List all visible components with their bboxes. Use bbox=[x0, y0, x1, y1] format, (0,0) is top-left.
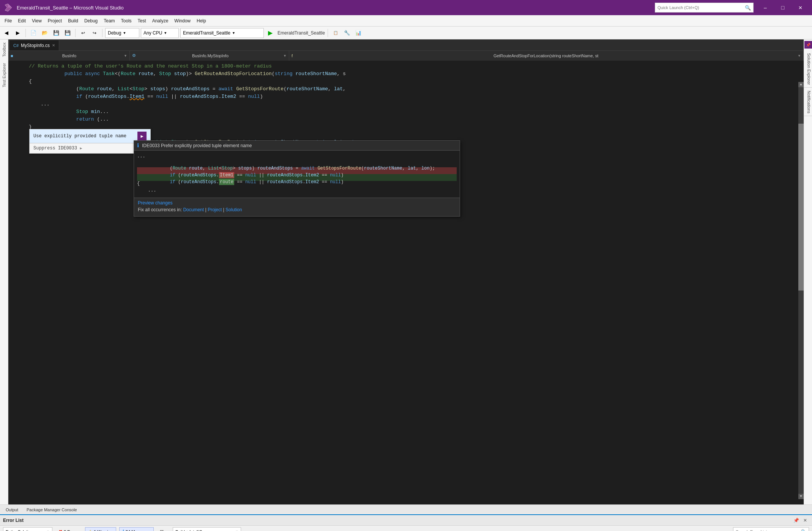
fix-document-link[interactable]: Document bbox=[183, 207, 204, 212]
close-button[interactable]: ✕ bbox=[792, 0, 809, 15]
lightbulb-expand-arrow[interactable]: ▶ bbox=[137, 132, 147, 141]
solution-explorer-button[interactable]: 📋 bbox=[331, 28, 341, 38]
preview-changes-link[interactable]: Preview changes bbox=[138, 200, 172, 206]
build-filter-dropdown[interactable]: Build + IntelliSense ▼ bbox=[173, 527, 241, 531]
window-title: EmeraldTransit_Seattle – Microsoft Visua… bbox=[17, 5, 655, 11]
funnel-icon: ▽ bbox=[160, 529, 163, 531]
redo-button[interactable]: ↪ bbox=[90, 28, 99, 38]
error-list-panel: Error List 📌 ✕ Entire Solution ▼ ✖ 0 Err… bbox=[0, 514, 812, 531]
error-search-box[interactable]: 🔍 bbox=[733, 527, 809, 531]
preview-footer: Preview changes Fix all occurrences in: … bbox=[134, 198, 460, 216]
error-search-input[interactable] bbox=[736, 529, 801, 531]
fix-project-link[interactable]: Project bbox=[208, 207, 222, 212]
fix-solution-link[interactable]: Solution bbox=[225, 207, 242, 212]
chevron-down-icon-5: ▼ bbox=[283, 54, 287, 58]
close-error-list-button[interactable]: ✕ bbox=[801, 517, 809, 524]
window-controls: – □ ✕ bbox=[757, 0, 809, 15]
solution-explorer-panel-tab[interactable]: Solution Explorer bbox=[804, 51, 812, 88]
back-button[interactable]: ◀ bbox=[2, 28, 11, 38]
method-dropdown-label: GetRouteAndStopForLocation(string routeS… bbox=[494, 53, 598, 58]
member-dropdown-label: BusInfo.MyStopInfo bbox=[192, 53, 229, 58]
menu-debug[interactable]: Debug bbox=[81, 17, 101, 25]
toolbar-btn-5[interactable]: 🔧 bbox=[342, 28, 352, 38]
tab-close-button[interactable]: ✕ bbox=[52, 43, 55, 47]
error-icon: ✖ bbox=[59, 529, 62, 531]
scroll-up-button[interactable]: ▲ bbox=[798, 82, 804, 87]
tab-mystopinfo[interactable]: C# MyStopInfo.cs ✕ bbox=[9, 40, 59, 50]
filter-button[interactable]: ▽ bbox=[157, 527, 167, 531]
errors-count-label: 0 Errors bbox=[64, 529, 79, 531]
menu-tools[interactable]: Tools bbox=[118, 17, 135, 25]
nav-dropdowns: ■ BusInfo ▼ ⚙ BusInfo.MyStopInfo ▼ f Get… bbox=[8, 51, 804, 61]
menu-build[interactable]: Build bbox=[65, 17, 81, 25]
new-file-button[interactable]: 📄 bbox=[28, 28, 38, 38]
code-editor-container[interactable]: C# MyStopInfo.cs ✕ ■ BusInfo ▼ ⚙ BusInfo… bbox=[8, 39, 804, 504]
open-file-button[interactable]: 📂 bbox=[40, 28, 50, 38]
suppress-arrow-icon: ▶ bbox=[80, 146, 82, 151]
lightbulb-main-action[interactable]: Use explicitly provided tuple name ▶ bbox=[30, 129, 150, 143]
messages-filter-button[interactable]: ℹ 34 Messages bbox=[119, 527, 154, 531]
quick-launch-box[interactable]: 🔍 bbox=[655, 3, 754, 13]
output-tab[interactable]: Output bbox=[2, 506, 22, 514]
undo-button[interactable]: ↩ bbox=[78, 28, 88, 38]
preview-footer-fix: Fix all occurrences in: Document | Proje… bbox=[138, 207, 456, 212]
menu-team[interactable]: Team bbox=[101, 17, 118, 25]
lightbulb-action-label: Use explicitly provided tuple name bbox=[33, 134, 126, 139]
menu-window[interactable]: Window bbox=[171, 17, 194, 25]
toolbox-tab[interactable]: Toolbox bbox=[1, 39, 7, 60]
code-editor[interactable]: // Returns a tuple of the user's Route a… bbox=[8, 61, 804, 504]
test-explorer-tab[interactable]: Test Explorer bbox=[1, 60, 7, 90]
scroll-down-button[interactable]: ▼ bbox=[798, 494, 804, 499]
menu-file[interactable]: File bbox=[2, 17, 15, 25]
chevron-down-icon-4: ▼ bbox=[124, 54, 127, 58]
scroll-thumb[interactable] bbox=[798, 124, 804, 291]
menu-view[interactable]: View bbox=[29, 17, 45, 25]
notifications-panel-tab[interactable]: Notifications bbox=[804, 88, 812, 116]
preview-line-2: (Route route, List<Stop> stops) routeAnd… bbox=[137, 160, 457, 167]
debug-config-dropdown[interactable]: Debug ▼ bbox=[105, 28, 139, 38]
run-button[interactable]: ▶ bbox=[265, 28, 275, 38]
class-dropdown-icon: ■ bbox=[11, 53, 13, 58]
preview-title: IDE0033 Prefer explicitly provided tuple… bbox=[142, 143, 252, 148]
arrow-right-icon: ▶ bbox=[140, 134, 143, 139]
error-filter-bar: Entire Solution ▼ ✖ 0 Errors ⚠ 1 Warning… bbox=[0, 526, 812, 531]
toolbar-sep-2 bbox=[75, 29, 76, 37]
tab-bar: C# MyStopInfo.cs ✕ bbox=[8, 39, 804, 51]
errors-filter-button[interactable]: ✖ 0 Errors bbox=[55, 527, 82, 531]
project-label: EmeraldTransit_Seattle bbox=[183, 30, 230, 36]
method-dropdown[interactable]: f GetRouteAndStopForLocation(string rout… bbox=[289, 51, 804, 61]
member-dropdown[interactable]: ⚙ BusInfo.MyStopInfo ▼ bbox=[130, 51, 289, 61]
minimize-button[interactable]: – bbox=[757, 0, 774, 15]
lightbulb-sub-action[interactable]: Suppress IDE0033 ▶ bbox=[30, 143, 150, 153]
pin-icon[interactable]: 📌 bbox=[804, 41, 812, 49]
class-dropdown-label: BusInfo bbox=[62, 53, 76, 58]
warnings-filter-button[interactable]: ⚠ 1 Warning bbox=[85, 527, 116, 531]
menu-help[interactable]: Help bbox=[194, 17, 209, 25]
left-sidebar: Toolbox Test Explorer bbox=[0, 39, 8, 504]
method-dropdown-icon: f bbox=[292, 53, 293, 58]
suppress-label: Suppress IDE0033 bbox=[33, 146, 77, 151]
platform-label: Any CPU bbox=[143, 30, 162, 36]
save-all-button[interactable]: 💾 bbox=[63, 28, 73, 38]
platform-dropdown[interactable]: Any CPU ▼ bbox=[141, 28, 179, 38]
toolbar-sep-3 bbox=[102, 29, 102, 37]
code-vertical-scrollbar[interactable]: ▲ ▼ bbox=[798, 82, 804, 499]
menu-project[interactable]: Project bbox=[45, 17, 65, 25]
right-sidebar: 📌 Solution Explorer Notifications bbox=[804, 39, 812, 504]
package-manager-console-tab[interactable]: Package Manager Console bbox=[22, 506, 81, 514]
scope-dropdown[interactable]: Entire Solution ▼ bbox=[3, 527, 52, 531]
maximize-button[interactable]: □ bbox=[774, 0, 792, 15]
tab-icon: C# bbox=[13, 43, 19, 48]
class-dropdown[interactable]: ■ BusInfo ▼ bbox=[8, 51, 130, 61]
preview-code-area: ... (Route route, List<Stop> stops) rout… bbox=[134, 151, 460, 198]
quick-launch-input[interactable] bbox=[657, 5, 745, 10]
toolbar-btn-6[interactable]: 📊 bbox=[353, 28, 363, 38]
save-button[interactable]: 💾 bbox=[51, 28, 61, 38]
menu-edit[interactable]: Edit bbox=[15, 17, 29, 25]
forward-button[interactable]: ▶ bbox=[13, 28, 23, 38]
project-dropdown[interactable]: EmeraldTransit_Seattle ▼ bbox=[180, 28, 264, 38]
pin-error-list-button[interactable]: 📌 bbox=[792, 517, 800, 524]
menu-test[interactable]: Test bbox=[135, 17, 149, 25]
menu-analyze[interactable]: Analyze bbox=[149, 17, 172, 25]
main-area: Toolbox Test Explorer C# MyStopInfo.cs ✕… bbox=[0, 39, 812, 504]
